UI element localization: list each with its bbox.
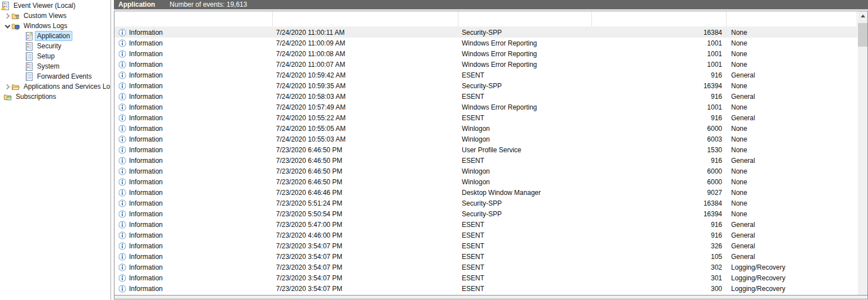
table-row[interactable]: Information 7/23/2020 5:50:54 PM Securit… — [114, 208, 857, 219]
event-viewer-window: Event Viewer (Local) Custom Views Window… — [0, 0, 868, 300]
table-row[interactable]: Information 7/24/2020 10:55:03 AM Winlog… — [114, 134, 857, 144]
row-source: Winlogon — [458, 134, 592, 144]
row-task-category: None — [727, 198, 857, 208]
table-row[interactable]: Information 7/24/2020 11:00:11 AM Securi… — [114, 27, 857, 38]
row-datetime: 7/24/2020 11:00:07 AM — [273, 59, 458, 70]
table-row[interactable]: Information 7/24/2020 10:57:49 AM Window… — [114, 102, 857, 112]
row-level-label: Information — [129, 71, 163, 79]
column-header-level[interactable] — [114, 11, 273, 26]
row-event-id: 1530 — [592, 144, 727, 155]
info-icon — [118, 178, 126, 186]
sidebar-item-application[interactable]: Application — [0, 31, 111, 41]
row-datetime: 7/23/2020 3:54:07 PM — [273, 283, 458, 294]
info-icon — [118, 114, 126, 122]
horizontal-scrollbar[interactable] — [114, 295, 867, 299]
row-source: Desktop Window Manager — [458, 187, 592, 198]
sidebar-item-event-viewer-root[interactable]: Event Viewer (Local) — [0, 1, 111, 11]
sidebar-item-forwarded-events[interactable]: Forwarded Events — [0, 71, 111, 81]
table-row[interactable]: Information 7/23/2020 6:46:50 PM ESENT 9… — [114, 155, 857, 166]
scrollbar-thumb[interactable] — [858, 23, 867, 47]
row-source: User Profile Service — [458, 144, 592, 155]
row-datetime: 7/23/2020 5:51:24 PM — [273, 198, 458, 208]
info-icon — [118, 189, 126, 197]
row-source: Windows Error Reporting — [458, 59, 592, 70]
row-source: Winlogon — [458, 176, 592, 187]
sidebar-item-security[interactable]: Security — [0, 41, 111, 51]
column-header-row — [114, 11, 867, 26]
table-row[interactable]: Information 7/23/2020 3:54:07 PM ESENT 3… — [114, 283, 857, 294]
sidebar-item-custom-views[interactable]: Custom Views — [0, 11, 111, 21]
row-datetime: 7/24/2020 10:57:49 AM — [273, 102, 458, 112]
row-datetime: 7/24/2020 10:58:03 AM — [273, 91, 458, 102]
row-level-label: Information — [129, 274, 163, 282]
row-level-label: Information — [129, 189, 163, 197]
sidebar-item-windows-logs[interactable]: Windows Logs — [0, 21, 111, 31]
scroll-up-button[interactable] — [858, 11, 867, 21]
chevron-icon[interactable] — [3, 83, 11, 90]
table-row[interactable]: Information 7/24/2020 10:59:35 AM Securi… — [114, 80, 857, 91]
table-row[interactable]: Information 7/23/2020 6:46:50 PM Winlogo… — [114, 176, 857, 187]
log-name-title: Application — [118, 1, 155, 8]
up-arrow-icon — [861, 15, 865, 17]
subscriptions-icon — [3, 93, 12, 101]
table-row[interactable]: Information 7/23/2020 3:54:07 PM ESENT 1… — [114, 251, 857, 262]
info-icon — [118, 71, 126, 79]
table-row[interactable]: Information 7/24/2020 10:59:42 AM ESENT … — [114, 70, 857, 80]
row-datetime: 7/24/2020 10:59:42 AM — [273, 70, 458, 80]
info-icon — [118, 39, 126, 47]
info-icon — [118, 135, 126, 143]
sidebar-item-subscriptions[interactable]: Subscriptions — [0, 92, 111, 102]
row-level-label: Information — [129, 61, 163, 69]
column-header-task-category[interactable] — [727, 11, 857, 26]
column-header-datetime[interactable] — [273, 11, 458, 26]
folder-computer-icon — [11, 22, 20, 30]
row-datetime: 7/23/2020 3:54:07 PM — [273, 272, 458, 283]
row-datetime: 7/23/2020 3:54:07 PM — [273, 240, 458, 251]
table-row[interactable]: Information 7/23/2020 5:47:00 PM ESENT 9… — [114, 219, 857, 230]
table-row[interactable]: Information 7/24/2020 10:55:22 AM ESENT … — [114, 112, 857, 123]
table-row[interactable]: Information 7/23/2020 3:54:07 PM ESENT 3… — [114, 272, 857, 283]
column-header-source[interactable] — [458, 11, 592, 26]
row-level-label: Information — [129, 82, 163, 90]
sidebar-item-system[interactable]: System — [0, 61, 111, 71]
info-icon — [118, 29, 126, 37]
table-row[interactable]: Information 7/24/2020 11:00:08 AM Window… — [114, 48, 857, 59]
row-level-label: Information — [129, 285, 163, 293]
row-event-id: 6000 — [592, 166, 727, 176]
table-row[interactable]: Information 7/24/2020 11:00:09 AM Window… — [114, 38, 857, 48]
vertical-scrollbar[interactable] — [858, 11, 867, 295]
log-title-bar: Application Number of events: 19,613 — [114, 0, 868, 10]
row-datetime: 7/23/2020 6:46:50 PM — [273, 155, 458, 166]
row-level-label: Information — [129, 231, 163, 239]
sidebar-item-applications-services[interactable]: Applications and Services Lo — [0, 81, 111, 92]
info-icon — [118, 221, 126, 229]
info-icon — [118, 253, 126, 261]
table-row[interactable]: Information 7/23/2020 6:46:46 PM Desktop… — [114, 187, 857, 198]
log-plain-icon — [25, 72, 33, 81]
row-datetime: 7/24/2020 10:55:05 AM — [273, 123, 458, 134]
table-row[interactable]: Information 7/24/2020 10:55:05 AM Winlog… — [114, 123, 857, 134]
row-source: ESENT — [458, 112, 592, 123]
table-row[interactable]: Information 7/24/2020 10:58:03 AM ESENT … — [114, 91, 857, 102]
row-event-id: 1001 — [592, 59, 727, 70]
row-event-id: 6003 — [592, 134, 727, 144]
row-datetime: 7/23/2020 3:54:07 PM — [273, 251, 458, 262]
sidebar-item-setup[interactable]: Setup — [0, 51, 111, 61]
row-task-category: None — [727, 208, 857, 219]
table-row[interactable]: Information 7/23/2020 4:46:00 PM ESENT 9… — [114, 230, 857, 240]
table-row[interactable]: Information 7/24/2020 11:00:07 AM Window… — [114, 59, 857, 70]
column-header-event-id[interactable] — [592, 11, 727, 26]
table-row[interactable]: Information 7/23/2020 6:46:50 PM Winlogo… — [114, 166, 857, 176]
folder-filter-icon — [11, 12, 20, 20]
chevron-icon[interactable] — [3, 22, 11, 30]
table-row[interactable]: Information 7/23/2020 6:46:50 PM User Pr… — [114, 144, 857, 155]
table-row[interactable]: Information 7/23/2020 3:54:07 PM ESENT 3… — [114, 240, 857, 251]
log-plain-icon — [25, 52, 33, 61]
info-icon — [118, 103, 126, 111]
row-level-label: Information — [129, 135, 163, 143]
chevron-icon[interactable] — [3, 12, 11, 20]
table-row[interactable]: Information 7/23/2020 3:54:07 PM ESENT 3… — [114, 262, 857, 272]
info-icon — [118, 231, 126, 239]
table-row[interactable]: Information 7/23/2020 5:51:24 PM Securit… — [114, 198, 857, 208]
info-icon — [118, 199, 126, 207]
